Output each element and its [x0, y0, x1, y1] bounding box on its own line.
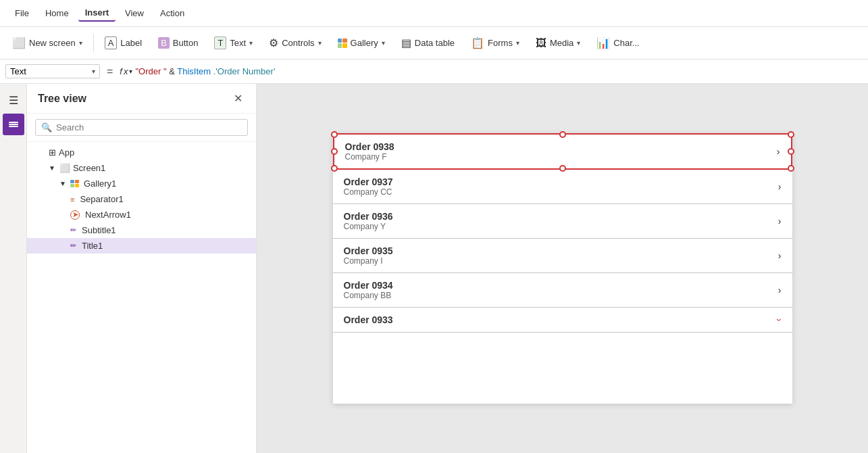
- selection-handle-ml[interactable]: [331, 148, 338, 155]
- forms-icon: 📋: [471, 37, 484, 49]
- gallery-item-subtitle: Company Y: [344, 222, 778, 231]
- tree-search-area: 🔍: [27, 114, 256, 142]
- gallery-item-0933[interactable]: Order 0933 ›: [333, 308, 792, 333]
- gallery-item-content: Order 0934 Company BB: [344, 280, 778, 300]
- tree-item-label: NextArrow1: [85, 210, 131, 220]
- selection-handle-mr[interactable]: [788, 148, 794, 155]
- gallery-item-0934[interactable]: Order 0934 Company BB ›: [333, 273, 792, 308]
- layers-icon-button[interactable]: [3, 114, 24, 135]
- forms-button[interactable]: 📋 Forms ▾: [464, 33, 526, 53]
- media-icon: 🖼: [536, 37, 546, 49]
- charts-button[interactable]: 📊 Char...: [590, 33, 646, 53]
- next-arrow-icon: ›: [774, 318, 785, 322]
- tree-item-nextarrow1[interactable]: ➤ NextArrow1: [27, 207, 256, 222]
- formula-dropdown-value: Text: [10, 66, 26, 76]
- tree-item-label: Subtitle1: [82, 225, 116, 235]
- tree-item-screen1[interactable]: ▼ ⬜ Screen1: [27, 160, 256, 176]
- tree-header: Tree view ✕: [27, 84, 256, 114]
- menu-insert[interactable]: Insert: [78, 5, 116, 22]
- formula-input[interactable]: "Order " & ThisItem .'Order Number': [135, 66, 863, 76]
- selection-handle-tm[interactable]: [559, 131, 566, 138]
- tree-item-label: App: [59, 147, 74, 158]
- new-screen-icon: ⬜: [12, 37, 26, 49]
- formula-property-part: .'Order Number': [213, 66, 276, 76]
- text-icon: T: [214, 37, 226, 49]
- next-arrow-icon: ›: [778, 285, 782, 295]
- tree-item-label: Screen1: [73, 163, 105, 173]
- button-button[interactable]: B Button: [151, 34, 205, 52]
- gallery-item-title: Order 0937: [344, 176, 778, 187]
- gallery-button[interactable]: Gallery ▾: [331, 34, 392, 51]
- canvas-area: Order 0938 Company F ›: [257, 84, 868, 453]
- formula-operator: &: [169, 66, 177, 76]
- gallery-icon: [338, 39, 347, 48]
- app-frame: Order 0938 Company F ›: [333, 133, 792, 404]
- formula-dropdown[interactable]: Text ▾: [5, 64, 100, 78]
- gallery-item-content: Order 0937 Company CC: [344, 176, 778, 197]
- menu-action[interactable]: Action: [153, 5, 191, 21]
- gallery-item-0935[interactable]: Order 0935 Company I ›: [333, 239, 792, 273]
- tree-item-subtitle1[interactable]: ✏ Subtitle1: [27, 222, 256, 238]
- new-screen-button[interactable]: ⬜ New screen ▾: [5, 33, 89, 53]
- chevron-down-icon: ▼: [59, 180, 66, 187]
- toolbar: ⬜ New screen ▾ A Label B Button T Text ▾…: [0, 27, 868, 59]
- chevron-down-icon: ▾: [249, 39, 253, 47]
- svg-rect-2: [9, 126, 18, 127]
- button-icon: B: [158, 37, 170, 49]
- formula-equals-sign: =: [103, 66, 117, 78]
- selection-handle-tl[interactable]: [331, 131, 338, 138]
- gallery-item-subtitle: Company F: [345, 152, 777, 162]
- tree-item-label: Title1: [82, 241, 103, 251]
- separator-icon: ≡: [70, 195, 74, 204]
- controls-icon: ⚙: [269, 37, 278, 49]
- nextarrow-icon: ➤: [70, 210, 80, 220]
- tree-item-title1[interactable]: ✏ Title1: [27, 238, 256, 254]
- toolbar-divider: [93, 34, 94, 53]
- svg-rect-0: [9, 122, 18, 123]
- gallery-item-title: Order 0935: [344, 245, 778, 256]
- gallery-item-0936[interactable]: Order 0936 Company Y ›: [333, 204, 792, 239]
- next-arrow-icon: ›: [778, 250, 782, 261]
- tree-search-input[interactable]: [56, 122, 242, 133]
- gallery-item-0937[interactable]: Order 0937 Company CC ›: [333, 170, 792, 204]
- next-arrow-icon: ›: [777, 146, 780, 157]
- screen-icon: ⬜: [59, 163, 70, 173]
- chevron-down-icon: ▾: [382, 39, 385, 47]
- gallery-item-subtitle: Company I: [344, 256, 778, 266]
- tree-item-separator1[interactable]: ≡ Separator1: [27, 191, 256, 207]
- gallery-item-content: Order 0938 Company F: [345, 141, 777, 162]
- search-icon: 🔍: [41, 122, 52, 133]
- next-arrow-icon: ›: [778, 216, 782, 226]
- menu-home[interactable]: Home: [39, 5, 76, 21]
- next-arrow-icon: ›: [778, 181, 782, 192]
- tree-search-inner: 🔍: [35, 119, 248, 136]
- formula-fx-button[interactable]: fx ▾: [120, 66, 132, 76]
- menu-file[interactable]: File: [8, 5, 36, 21]
- chevron-down-icon: ▾: [577, 39, 580, 47]
- tree-panel-title: Tree view: [38, 93, 86, 105]
- tree-close-button[interactable]: ✕: [231, 91, 245, 106]
- gallery-item-title: Order 0934: [344, 280, 778, 291]
- svg-rect-1: [9, 124, 18, 125]
- tree-item-label: Separator1: [80, 194, 123, 204]
- title-icon: ✏: [70, 241, 76, 250]
- controls-button[interactable]: ⚙ Controls ▾: [262, 33, 328, 53]
- menu-bar: File Home Insert View Action: [0, 0, 868, 27]
- chevron-down-icon: ▾: [516, 39, 519, 47]
- tree-item-app[interactable]: ⊞ App: [27, 145, 256, 160]
- tree-item-gallery1[interactable]: ▼ Gallery1: [27, 176, 256, 191]
- gallery-item-title: Order 0933: [344, 314, 778, 325]
- menu-view[interactable]: View: [118, 5, 151, 21]
- charts-icon: 📊: [596, 37, 610, 49]
- data-table-icon: ▤: [401, 37, 411, 49]
- selection-handle-tr[interactable]: [788, 131, 794, 138]
- label-button[interactable]: A Label: [98, 33, 149, 53]
- formula-keyword-part: ThisItem: [177, 66, 211, 76]
- gallery-item-content: Order 0935 Company I: [344, 245, 778, 266]
- gallery-tree-icon: [70, 180, 79, 187]
- text-button[interactable]: T Text ▾: [207, 33, 259, 53]
- hamburger-menu-button[interactable]: ☰: [3, 89, 24, 111]
- gallery-item-0938[interactable]: Order 0938 Company F ›: [333, 133, 792, 170]
- data-table-button[interactable]: ▤ Data table: [394, 33, 461, 53]
- media-button[interactable]: 🖼 Media ▾: [529, 34, 587, 53]
